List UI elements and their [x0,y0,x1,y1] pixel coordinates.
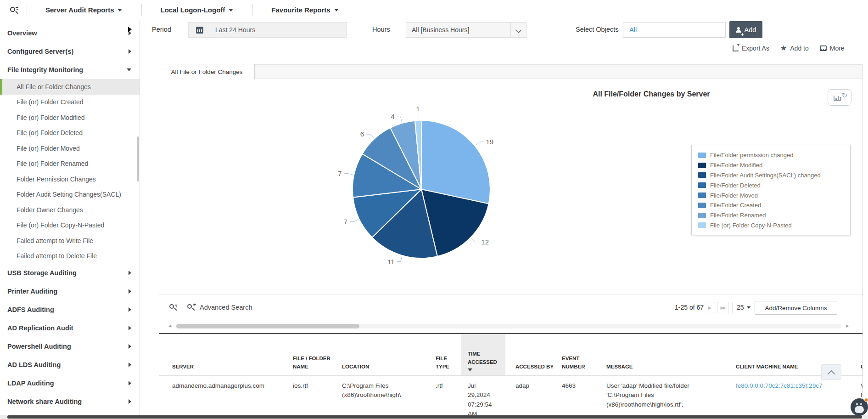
sidebar-item-label: File (or) Folder Deleted [17,129,83,136]
pie-value-label: 12 [481,238,489,246]
divider [732,302,733,313]
chevron-right-icon [129,399,131,404]
sidebar-collapse-toggle-icon[interactable] [128,27,132,32]
hours-select[interactable]: All [Business Hours] [406,22,526,38]
legend-item-file-folder-renamed[interactable]: File/Folder Renamed [698,210,850,221]
legend-item-file-folder-audit-settings-sacl-changed[interactable]: File/Folder Audit Settings(SACL) changed [698,170,850,181]
export-as-button[interactable]: Export As [733,45,769,52]
refresh-cycle-icon: ↻ [841,91,847,100]
table-search-icon[interactable] [169,303,178,311]
sidebar-item-label: File (or) Folder Modified [17,114,85,121]
hours-value: All [Business Hours] [406,26,510,34]
cell-accessed-by: adap [515,381,557,391]
table-header: SERVERFILE / FOLDER NAMELOCATIONFILE TYP… [159,333,862,376]
add-remove-columns-button[interactable]: Add/Remove Columns [755,301,837,315]
sidebar-item-label: Failed attempt to Delete File [17,252,97,260]
page-size-dropdown[interactable]: 25 [737,304,750,311]
column-header-u[interactable]: U [861,363,863,371]
advanced-search-icon[interactable]: ★ [187,303,196,311]
sidebar-item-failed-attempt-to-write-file[interactable]: Failed attempt to Write File [0,233,140,249]
add-button[interactable]: + Add [729,21,762,38]
scroll-to-top-button[interactable] [821,364,841,380]
chevron-right-icon [129,344,131,349]
legend-item-file-folder-deleted[interactable]: File/Folder Deleted [698,180,850,190]
sidebar-item-file-or-folder-modified[interactable]: File (or) Folder Modified [0,110,140,125]
column-header-location[interactable]: LOCATION [342,363,431,371]
sidebar-item-file-or-folder-moved[interactable]: File (or) Folder Moved [0,141,140,156]
legend-item-file-folder-created[interactable]: File/Folder Created [698,200,850,210]
sort-desc-icon[interactable] [468,368,472,371]
sidebar-item-network-share-auditing[interactable]: Network share Auditing [0,392,140,411]
select-objects-input[interactable]: All [623,22,726,38]
page-scrollbar-thumb[interactable] [7,415,862,419]
star-icon: ★ [780,45,787,52]
cell-client-machine-name[interactable]: fe80:0:0:0:70c2:7c81:c35f:29c7 [736,381,847,391]
chart-title: All File/Folder Changes by Server [593,90,710,98]
report-actions: Export As ★ Add to More [733,45,845,52]
chat-assistant-avatar[interactable] [851,398,868,416]
column-header-message[interactable]: MESSAGE [606,363,722,371]
period-input[interactable]: Last 24 Hours [188,22,347,38]
add-to-button[interactable]: ★ Add to [780,45,809,52]
page-horizontal-scrollbar [0,415,868,419]
chevron-down-icon [127,68,131,71]
sidebar-item-file-or-folder-created[interactable]: File (or) Folder Created [0,95,140,110]
legend-item-file-or-folder-copy-n-pasted[interactable]: File (or) Folder Copy-N-Pasted [698,221,850,231]
calendar-icon [196,27,203,34]
sidebar-item-ad-lds-auditing[interactable]: AD LDS Auditing [0,356,140,374]
legend-label: File/Folder Moved [710,192,758,199]
sidebar-list: OverviewConfigured Server(s)File Integri… [0,24,140,411]
sidebar-item-overview[interactable]: Overview [0,24,140,42]
chevron-down-icon [510,23,526,37]
sidebar-item-file-or-folder-deleted[interactable]: File (or) Folder Deleted [0,125,140,141]
chart-type-switch-button[interactable]: ↻ [828,89,851,106]
nav-menu-label: Favourite Reports [271,6,330,14]
sidebar-item-powershell-auditing[interactable]: Powershell Auditing [0,337,140,356]
sidebar-item-all-file-or-folder-changes[interactable]: All File or Folder Changes [0,79,140,95]
global-search-icon[interactable] [10,6,18,14]
legend-item-file-folder-moved[interactable]: File/Folder Moved [698,190,850,200]
sidebar-item-ldap-auditing[interactable]: LDAP Auditing [0,374,140,392]
tab-all-file-or-folder-changes[interactable]: All File or Folder Changes [159,64,255,79]
scroll-left-arrow-icon[interactable]: ◀ [167,323,173,329]
sidebar-item-failed-attempt-to-delete-file[interactable]: Failed attempt to Delete File [0,249,140,264]
scrollbar-thumb[interactable] [176,324,359,328]
sidebar-item-ad-replication-audit[interactable]: AD Replication Audit [0,319,140,337]
column-header-file-type[interactable]: FILE TYPE [436,355,459,371]
cell-event-number: 4663 [562,381,602,391]
sidebar-item-label: Powershell Auditing [7,343,71,350]
sidebar-scrollbar-thumb[interactable] [137,136,139,181]
legend-label: File/Folder Audit Settings(SACL) changed [710,172,821,179]
sidebar-item-file-or-folder-copy-n-pasted[interactable]: File (or) Folder Copy-N-Pasted [0,218,140,233]
column-header-file-folder-name[interactable]: FILE / FOLDER NAME [293,355,337,371]
advanced-search-label[interactable]: Advanced Search [200,304,252,311]
legend-item-file-folder-permission-changed[interactable]: File/Folder permission changed [698,150,850,160]
pie-value-label: 7 [344,218,347,226]
nav-menu-local-logon-logoff[interactable]: Local Logon-Logoff [142,0,252,20]
more-button[interactable]: More [820,45,845,52]
sidebar-item-folder-audit-setting-changes-sacl[interactable]: Folder Audit Setting Changes(SACL) [0,187,140,203]
legend-swatch [698,163,706,168]
nav-menu-server-audit-reports[interactable]: Server Audit Reports [27,0,141,20]
sidebar-item-folder-permission-changes[interactable]: Folder Permission Changes [0,171,140,187]
sidebar-item-usb-storage-auditing[interactable]: USB Storage Auditing [0,264,140,282]
sidebar-item-label: Folder Audit Setting Changes(SACL) [17,191,121,198]
legend-item-file-folder-modified[interactable]: File/Folder Modified [698,160,850,170]
nav-menu-favourite-reports[interactable]: Favourite Reports [253,0,358,20]
last-page-button[interactable]: ▶▶ [717,302,728,313]
sidebar-item-folder-owner-changes[interactable]: Folder Owner Changes [0,202,140,218]
sidebar-item-adfs-auditing[interactable]: ADFS Auditing [0,300,140,319]
sidebar-item-file-or-folder-renamed[interactable]: File (or) Folder Renamed [0,156,140,172]
scroll-right-arrow-icon[interactable]: ▶ [844,323,851,329]
sidebar-item-configured-server-s[interactable]: Configured Server(s) [0,42,140,61]
next-page-button[interactable]: ▶ [704,302,715,313]
sidebar-item-printer-auditing[interactable]: Printer Auditing [0,282,140,300]
column-header-accessed-by[interactable]: ACCESSED BY [515,363,557,371]
chevron-right-icon [129,271,131,275]
sidebar-item-file-integrity-monitoring[interactable]: File Integrity Monitoring [0,61,140,79]
column-header-event-number[interactable]: EVENT NUMBER [562,355,602,371]
column-header-server[interactable]: SERVER [172,363,286,371]
legend-label: File/Folder Created [710,202,761,209]
cell-message: User 'adap' Modified file/folder 'C:\Pro… [606,381,722,409]
column-header-time-accessed[interactable]: TIME ACCESSED [468,350,497,371]
